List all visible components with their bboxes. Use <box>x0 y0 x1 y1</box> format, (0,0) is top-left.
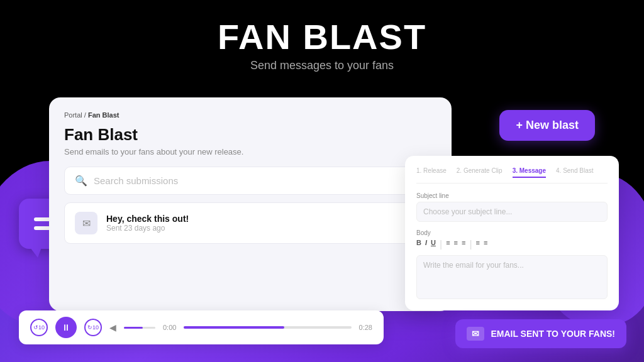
toolbar-sep-1: | <box>440 239 442 250</box>
audio-progress-fill <box>184 326 284 329</box>
card-title: Fan Blast <box>64 125 436 145</box>
align-right-button[interactable]: ≡ <box>462 239 465 250</box>
search-bar[interactable]: 🔍 Search submissions <box>64 167 436 195</box>
audio-time-end: 0:28 <box>359 324 372 331</box>
volume-fill <box>124 327 143 329</box>
tab-release[interactable]: 1. Release <box>416 167 447 178</box>
bold-button[interactable]: B <box>416 239 421 250</box>
toolbar-sep-2: | <box>469 239 472 250</box>
breadcrumb-current: Fan Blast <box>88 111 119 119</box>
volume-bar[interactable] <box>124 327 155 329</box>
editor-toolbar: B I U | ≡ ≡ ≡ | ≡ ≡ <box>416 239 608 250</box>
search-icon: 🔍 <box>75 175 87 187</box>
audio-player: ↺10 ⏸ ↻10 ◀ 0:00 0:28 <box>19 310 384 344</box>
body-label: Body <box>416 229 608 236</box>
body-input[interactable]: Write the email for your fans... <box>416 255 608 299</box>
step-tabs: 1. Release 2. Generate Clip 3. Message 4… <box>416 167 608 184</box>
align-left-button[interactable]: ≡ <box>446 239 450 250</box>
email-item-content: Hey, check this out! Sent 23 days ago <box>106 214 189 233</box>
align-center-button[interactable]: ≡ <box>454 239 458 250</box>
email-item-title: Hey, check this out! <box>106 214 189 224</box>
toast-text: EMAIL SENT TO YOUR FANS! <box>491 329 615 339</box>
list-button[interactable]: ≡ <box>476 239 480 250</box>
main-card: Portal / Fan Blast Fan Blast Send emails… <box>49 97 452 311</box>
tab-generate-clip[interactable]: 2. Generate Clip <box>457 167 502 178</box>
breadcrumb: Portal / Fan Blast <box>64 111 436 119</box>
toast-envelope-icon: ✉ <box>467 327 484 341</box>
forward-icon: ↻10 <box>87 324 99 331</box>
pause-icon: ⏸ <box>62 322 70 332</box>
audio-progress-bar[interactable] <box>184 326 351 329</box>
search-placeholder: Search submissions <box>94 175 178 186</box>
page-subtitle: Send messages to your fans <box>0 59 644 72</box>
italic-button[interactable]: I <box>425 239 427 250</box>
new-blast-button[interactable]: + New blast <box>499 110 595 141</box>
ordered-list-button[interactable]: ≡ <box>484 239 487 250</box>
editor-card: 1. Release 2. Generate Clip 3. Message 4… <box>405 156 619 310</box>
subject-input[interactable]: Choose your subject line... <box>416 202 608 222</box>
tab-send-blast[interactable]: 4. Send Blast <box>556 167 593 178</box>
underline-button[interactable]: U <box>431 239 436 250</box>
email-list-item[interactable]: ✉ Hey, check this out! Sent 23 days ago <box>64 202 436 244</box>
audio-time-start: 0:00 <box>163 324 176 331</box>
volume-icon[interactable]: ◀ <box>109 322 116 332</box>
rewind-button[interactable]: ↺10 <box>30 319 48 336</box>
page-title: FAN BLAST <box>0 18 644 57</box>
breadcrumb-portal: Portal <box>64 111 82 119</box>
page-header: FAN BLAST Send messages to your fans <box>0 0 644 84</box>
tab-message[interactable]: 3. Message <box>513 167 546 178</box>
subject-label: Subject line <box>416 192 608 199</box>
email-sent-toast: ✉ EMAIL SENT TO YOUR FANS! <box>455 319 626 348</box>
rewind-icon: ↺10 <box>33 324 45 331</box>
card-subtitle: Send emails to your fans about your new … <box>64 147 436 156</box>
email-icon: ✉ <box>75 212 97 234</box>
play-pause-button[interactable]: ⏸ <box>55 317 77 338</box>
envelope-icon: ✉ <box>82 217 91 229</box>
email-item-sent: Sent 23 days ago <box>106 224 189 233</box>
forward-button[interactable]: ↻10 <box>84 319 102 336</box>
